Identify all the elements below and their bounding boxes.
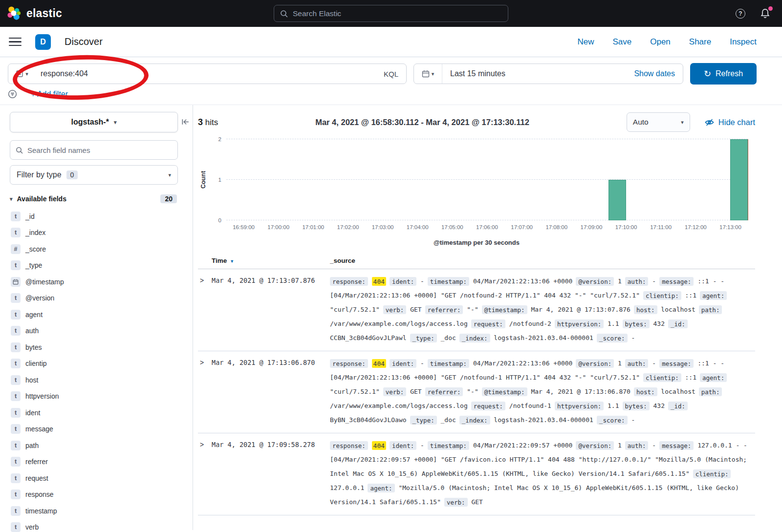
elastic-logo[interactable]: elastic — [7, 6, 62, 21]
discover-app-badge[interactable]: D — [35, 34, 51, 50]
expand-doc-button[interactable]: > — [198, 274, 212, 287]
source-field-value: 1 — [618, 442, 622, 449]
doc-row: >Mar 4, 2021 @ 17:13:06.870response: 404… — [198, 351, 755, 433]
source-field-key: _type: — [410, 334, 437, 342]
hits-count: 3 hits — [198, 117, 218, 128]
saved-query-menu-button[interactable]: ▾ — [8, 70, 36, 78]
show-dates-button[interactable]: Show dates — [634, 69, 683, 78]
brand-text: elastic — [26, 7, 62, 20]
source-field-value: 432 — [653, 402, 665, 409]
app-header: D Discover NewSaveOpenShareInspect — [0, 27, 782, 57]
hide-chart-button[interactable]: Hide chart — [705, 118, 755, 127]
header-action-new[interactable]: New — [577, 37, 594, 47]
field-item-response[interactable]: tresponse — [10, 487, 178, 503]
header-action-share[interactable]: Share — [689, 37, 711, 47]
notifications-icon[interactable] — [760, 8, 770, 19]
source-field-value: 04/Mar/2021:22:09:57 +0000 — [473, 442, 573, 449]
field-item-_index[interactable]: t_index — [10, 225, 178, 241]
collapse-sidebar-button[interactable] — [181, 118, 190, 128]
field-item-path[interactable]: tpath — [10, 437, 178, 454]
field-item-auth[interactable]: tauth — [10, 323, 178, 340]
query-input[interactable]: ▾ response:404 KQL — [8, 64, 407, 84]
interval-value: Auto — [633, 118, 649, 127]
query-text[interactable]: response:404 — [36, 69, 376, 78]
search-icon — [280, 10, 288, 18]
string-field-icon: t — [11, 228, 21, 237]
help-icon[interactable]: ? — [736, 9, 745, 19]
column-header-time[interactable]: Time ▼ — [212, 257, 330, 264]
x-axis-title: @timestamp per 30 seconds — [198, 239, 755, 246]
field-item-_score[interactable]: #_score — [10, 241, 178, 257]
field-name: bytes — [25, 343, 42, 351]
filter-by-type-count: 0 — [66, 170, 78, 179]
source-field-value: localhost — [661, 306, 695, 313]
header-action-open[interactable]: Open — [650, 37, 671, 47]
filter-menu-icon[interactable] — [8, 89, 17, 99]
source-field-key: _id: — [668, 402, 688, 410]
column-header-source[interactable]: _source — [330, 257, 755, 264]
source-field-key: host: — [634, 387, 657, 396]
global-search-input[interactable]: Search Elastic — [274, 5, 508, 22]
x-tick-label: 17:13:00 — [719, 224, 741, 230]
expand-doc-button[interactable]: > — [198, 356, 212, 369]
field-item-host[interactable]: thost — [10, 372, 178, 388]
field-item-httpversion[interactable]: thttpversion — [10, 388, 178, 405]
source-field-value: 1 — [618, 277, 622, 285]
x-tick-label: 17:00:00 — [267, 224, 289, 230]
field-item-@version[interactable]: t@version — [10, 290, 178, 307]
string-field-icon: t — [11, 326, 21, 336]
expand-doc-button[interactable]: > — [198, 438, 212, 451]
kql-language-button[interactable]: KQL — [376, 70, 406, 78]
gridline — [226, 139, 748, 139]
field-item-verb[interactable]: tverb — [10, 519, 178, 532]
source-field-key: @version: — [576, 277, 614, 286]
field-item-timestamp[interactable]: ttimestamp — [10, 503, 178, 519]
y-axis: Count 012 — [198, 139, 226, 220]
doc-source: response: 404ident: -timestamp: 04/Mar/2… — [330, 438, 755, 509]
histogram-bar[interactable] — [608, 180, 626, 220]
filter-by-type-dropdown[interactable]: Filter by type 0 ▾ — [10, 165, 178, 185]
field-name: host — [25, 376, 38, 384]
field-item-request[interactable]: trequest — [10, 470, 178, 487]
header-action-inspect[interactable]: Inspect — [730, 37, 757, 47]
source-field-value: GET — [471, 498, 482, 506]
source-field-key: path: — [699, 305, 722, 314]
field-item-message[interactable]: tmessage — [10, 421, 178, 438]
source-field-key: host: — [634, 305, 657, 314]
source-field-value: - — [631, 334, 635, 341]
field-item-@timestamp[interactable]: @timestamp — [10, 274, 178, 290]
source-field-value: GET — [410, 388, 421, 395]
refresh-button[interactable]: ↻ Refresh — [690, 63, 757, 85]
field-name: timestamp — [25, 507, 57, 515]
doc-source: response: 404ident: -timestamp: 04/Mar/2… — [330, 274, 755, 345]
field-search-input[interactable]: Search field names — [10, 140, 178, 160]
index-pattern-selector[interactable]: logstash-* ▾ — [10, 112, 178, 132]
time-range-button[interactable]: Last 15 minutes — [442, 69, 634, 78]
field-item-bytes[interactable]: tbytes — [10, 339, 178, 356]
interval-select[interactable]: Auto ▾ — [627, 112, 690, 132]
chevron-down-icon: ▾ — [168, 172, 171, 178]
add-filter-button[interactable]: + Add filter — [31, 90, 68, 99]
menu-button[interactable] — [9, 38, 22, 46]
field-item-referrer[interactable]: treferrer — [10, 454, 178, 470]
header-action-save[interactable]: Save — [612, 37, 631, 47]
source-field-key: _score: — [597, 334, 628, 342]
quick-select-button[interactable]: ▾ — [414, 64, 442, 84]
field-name: _score — [25, 245, 46, 253]
field-item-agent[interactable]: tagent — [10, 306, 178, 323]
source-field-key: timestamp: — [428, 277, 469, 286]
source-field-value: - — [420, 360, 424, 367]
field-name: _type — [25, 261, 42, 269]
field-item-clientip[interactable]: tclientip — [10, 356, 178, 372]
source-field-key: _type: — [410, 416, 437, 425]
field-item-ident[interactable]: tident — [10, 404, 178, 421]
source-field-value: - — [631, 416, 635, 424]
doc-table-body: >Mar 4, 2021 @ 17:13:07.876response: 404… — [198, 269, 755, 515]
eye-slash-icon — [705, 118, 714, 127]
doc-source: response: 404ident: -timestamp: 04/Mar/2… — [330, 356, 755, 427]
histogram-bar[interactable] — [730, 139, 748, 220]
field-item-_type[interactable]: t_type — [10, 257, 178, 274]
field-item-_id[interactable]: t_id — [10, 208, 178, 225]
available-fields-header[interactable]: ▾ Available fields 20 — [10, 190, 178, 208]
saved-query-icon — [16, 70, 23, 78]
